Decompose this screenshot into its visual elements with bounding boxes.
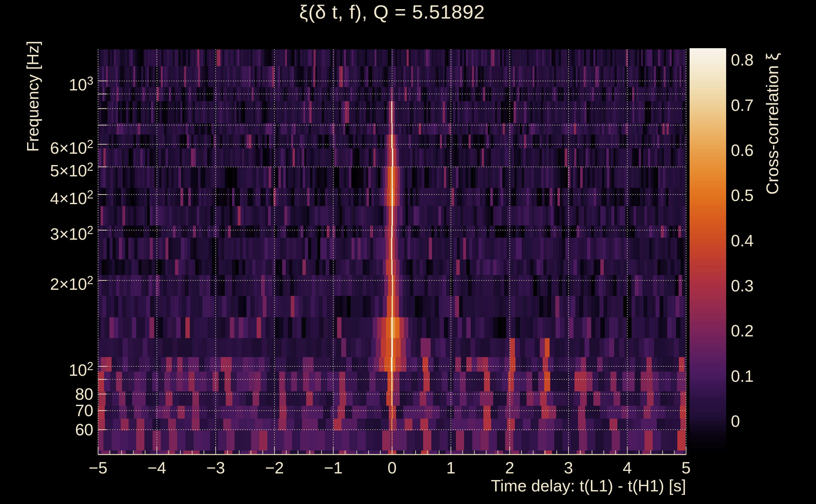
colorbar-tick-label: 0.4 xyxy=(731,231,800,250)
colorbar-title: Cross-correlation ξ xyxy=(762,31,783,195)
colorbar-gradient xyxy=(690,48,726,451)
x-tick-label: −4 xyxy=(135,458,179,477)
x-tick-label: −3 xyxy=(193,458,238,477)
y-tick-label: 60 xyxy=(13,420,93,439)
y-tick-label: 6×102 xyxy=(13,135,93,158)
x-tick-label: −2 xyxy=(253,458,297,477)
y-tick-label: 70 xyxy=(13,401,93,420)
y-tick-label: 5×102 xyxy=(13,157,93,180)
x-tick-label: 0 xyxy=(370,458,414,477)
y-tick-label: 3×102 xyxy=(13,221,93,244)
y-tick-label: 4×102 xyxy=(13,185,93,208)
x-tick-label: 3 xyxy=(546,458,590,477)
colorbar-tick-label: 0 xyxy=(731,411,800,431)
x-tick-label: 2 xyxy=(488,458,532,477)
x-tick-label: −1 xyxy=(311,458,355,477)
colorbar-tick-label: 0.2 xyxy=(731,321,800,341)
y-tick-label: 2×102 xyxy=(13,271,93,294)
x-tick-label: 5 xyxy=(664,458,708,477)
colorbar-tick-label: 0.1 xyxy=(731,366,800,386)
cross-correlation-qscan-figure: ξ(δ t, f), Q = 5.51892 Frequency [Hz] 10… xyxy=(0,0,816,504)
x-tick-label: 4 xyxy=(605,458,650,477)
colorbar-tick-label: 0.3 xyxy=(731,276,800,295)
y-tick-label: 103 xyxy=(13,71,93,95)
x-tick-label: 1 xyxy=(429,458,473,477)
x-tick-label: −5 xyxy=(76,458,120,477)
y-tick-label: 102 xyxy=(13,357,93,380)
x-axis-title: Time delay: t(L1) - t(H1) [s] xyxy=(371,476,686,495)
